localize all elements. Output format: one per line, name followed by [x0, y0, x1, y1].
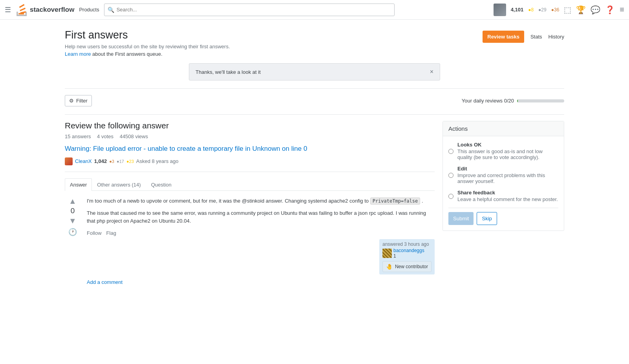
answer-paragraph-1: I'm too much of a newb to upvote or comm… [87, 197, 435, 205]
add-comment-link[interactable]: Add a comment [87, 279, 123, 285]
action-edit-text: Edit Improve and correct problems with t… [457, 166, 558, 184]
author-silver-badge: ●17 [117, 159, 124, 164]
answer-body-wrap: I'm too much of a newb to upvote or comm… [87, 197, 435, 285]
review-main: Review the following answer 15 answers 4… [65, 121, 435, 285]
progress-bar [517, 99, 564, 102]
vote-count-meta: 4 votes [97, 134, 113, 139]
author-gold-badge: ●23 [126, 159, 134, 164]
silver-badge: ●29 [538, 7, 547, 13]
products-link[interactable]: Products [79, 7, 99, 13]
answer-actions: Follow Flag [87, 230, 435, 236]
actions-sidebar: Actions Looks OK This answer is good as-… [442, 121, 564, 285]
vote-up-button[interactable]: ▲ [69, 197, 77, 205]
author-info: CleanX 1,042 ●3 ●17 ●23 Asked 8 years ag… [65, 157, 435, 165]
tab-question[interactable]: Question [146, 178, 177, 191]
page-learn: Learn more about the First answers queue… [65, 51, 230, 57]
action-share-feedback-text: Share feedback Leave a helpful comment f… [457, 190, 558, 202]
actions-card: Actions Looks OK This answer is good as-… [442, 121, 564, 231]
answered-name: baconandeggs [393, 248, 424, 253]
view-count: 44508 views [120, 134, 148, 139]
action-looks-ok-label: Looks OK [457, 142, 558, 148]
review-tasks-button[interactable]: Review tasks [483, 31, 524, 43]
divider-2 [65, 114, 564, 115]
tab-other-answers[interactable]: Other answers (14) [92, 178, 146, 191]
tab-answer[interactable]: Answer [65, 178, 92, 191]
learn-more-link[interactable]: Learn more [65, 51, 91, 57]
notification-banner: Thanks, we'll take a look at it × [189, 63, 440, 80]
action-edit-label: Edit [457, 166, 558, 172]
inbox-icon[interactable]: ⬚ [564, 5, 571, 15]
vote-down-button[interactable]: ▼ [69, 217, 77, 225]
divider-3 [65, 172, 435, 172]
user-reputation: 4,101 [511, 7, 524, 13]
divider-1 [65, 88, 564, 89]
code-snippet: PrivateTmp=false [370, 198, 421, 205]
stats-link[interactable]: Stats [530, 34, 542, 40]
hand-wave-icon: 🤚 [386, 263, 393, 270]
asked-ago: Asked 8 years ago [136, 158, 179, 164]
action-share-feedback-desc: Leave a helpful comment for the new post… [457, 196, 558, 202]
action-edit: Edit Improve and correct problems with t… [448, 166, 558, 184]
avatar[interactable] [494, 4, 506, 16]
answer-tabs: Answer Other answers (14) Question [65, 178, 435, 191]
flag-link[interactable]: Flag [106, 230, 116, 236]
follow-link[interactable]: Follow [87, 230, 102, 236]
search-input[interactable] [117, 7, 391, 13]
answered-avatar [382, 249, 392, 258]
review-section-title: Review the following answer [65, 121, 435, 130]
action-looks-ok: Looks OK This answer is good as-is and n… [448, 142, 558, 160]
history-link[interactable]: History [549, 34, 564, 40]
gold-badge: ●8 [528, 7, 534, 13]
radio-looks-ok[interactable] [448, 143, 453, 160]
site-logo[interactable]: stackoverflow [16, 4, 74, 16]
author-avatar [65, 157, 73, 165]
achievements-icon[interactable]: 🏆 [576, 5, 586, 15]
submit-button[interactable]: Submit [448, 212, 474, 225]
vote-history-icon[interactable]: 🕐 [68, 228, 77, 236]
answer-paragraph-2: The issue that caused me to see the same… [87, 209, 435, 226]
logo-text: stackoverflow [30, 6, 74, 14]
actions-buttons: Submit Skip [448, 212, 558, 225]
skip-button[interactable]: Skip [477, 212, 497, 225]
answer-content: ▲ 0 ▼ 🕐 I'm too much of a newb to upvote… [65, 197, 435, 285]
search-bar[interactable]: 🔍 [104, 4, 395, 16]
filter-bar: ⚙ Filter Your daily reviews 0/20 [65, 95, 564, 106]
hamburger-icon[interactable]: ☰ [5, 5, 11, 14]
answer-count: 15 answers [65, 134, 91, 139]
radio-share-feedback[interactable] [448, 190, 453, 202]
answer-body: I'm too much of a newb to upvote or comm… [87, 197, 435, 225]
filter-button[interactable]: ⚙ Filter [65, 95, 92, 106]
author-name[interactable]: CleanX [75, 158, 92, 164]
action-share-feedback: Share feedback Leave a helpful comment f… [448, 190, 558, 202]
review-icon[interactable]: 💬 [591, 5, 600, 15]
question-title-link[interactable]: Warning: File upload error - unable to c… [65, 144, 435, 154]
search-icon: 🔍 [108, 7, 114, 13]
progress-bar-fill [517, 99, 518, 102]
actions-divider [448, 208, 558, 208]
answered-meta: answered 3 hours ago baconandeggs 1 🤚 [87, 239, 435, 274]
action-looks-ok-text: Looks OK This answer is good as-is and n… [457, 142, 558, 160]
review-section: Review the following answer 15 answers 4… [65, 121, 564, 285]
menu-icon[interactable]: ≡ [620, 5, 624, 14]
answered-user-info: baconandeggs 1 [382, 248, 432, 259]
page-header: First answers Help new users be successf… [65, 29, 564, 57]
close-notification-button[interactable]: × [430, 68, 433, 75]
answered-username[interactable]: baconandeggs 1 [393, 248, 424, 259]
actions-body: Looks OK This answer is good as-is and n… [443, 136, 564, 230]
action-share-feedback-label: Share feedback [457, 190, 558, 196]
page-subtitle: Help new users be successful on the site… [65, 44, 230, 49]
bronze-badge: ●36 [551, 7, 560, 13]
new-contributor-label: New contributor [395, 264, 428, 269]
page-title: First answers [65, 29, 230, 41]
answered-card: answered 3 hours ago baconandeggs 1 🤚 [379, 239, 435, 274]
answered-rep: 1 [393, 253, 424, 259]
review-meta: 15 answers 4 votes 44508 views [65, 134, 435, 139]
nav-icons: ⬚ 🏆 💬 ❓ ≡ [564, 5, 624, 15]
help-icon[interactable]: ❓ [605, 5, 615, 15]
nav-right: 4,101 ●8 ●29 ●36 ⬚ 🏆 💬 ❓ ≡ [494, 4, 624, 16]
action-edit-desc: Improve and correct problems with this a… [457, 172, 558, 184]
radio-edit[interactable] [448, 166, 453, 184]
notification-text: Thanks, we'll take a look at it [196, 69, 261, 75]
daily-reviews-label: Your daily reviews 0/20 [462, 98, 514, 104]
navbar: ☰ stackoverflow Products 🔍 4,101 ●8 ●29 … [0, 0, 629, 20]
